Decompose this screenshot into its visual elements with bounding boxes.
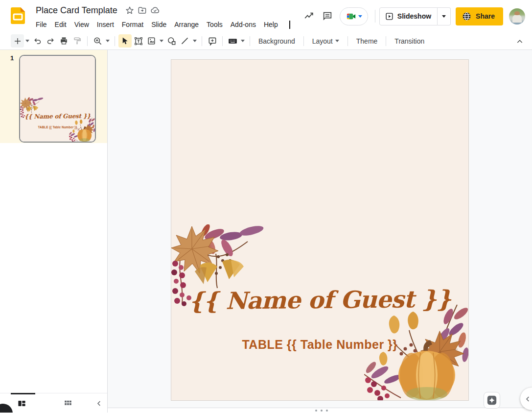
header-main: Place Card Template File Edit View Inser… bbox=[36, 4, 290, 31]
insert-line-button[interactable] bbox=[178, 34, 191, 48]
notes-resize-handle[interactable] bbox=[315, 410, 328, 412]
menu-edit[interactable]: Edit bbox=[51, 19, 70, 30]
slideshow-options-button[interactable] bbox=[438, 7, 451, 25]
zoom-button[interactable] bbox=[91, 34, 104, 48]
collapse-filmstrip-button[interactable] bbox=[90, 396, 108, 410]
menu-insert[interactable]: Insert bbox=[93, 19, 118, 30]
menu-addons[interactable]: Add-ons bbox=[227, 19, 260, 30]
slide-thumbnail-row-selected[interactable]: 1 {{ Name of Guest }} TABLE {{ Table Num… bbox=[0, 50, 107, 143]
menu-file[interactable]: File bbox=[32, 19, 51, 30]
slides-logo[interactable] bbox=[8, 6, 28, 25]
menu-format[interactable]: Format bbox=[118, 19, 147, 30]
meet-camera-icon bbox=[346, 11, 357, 22]
filmstrip-view-icon bbox=[17, 399, 26, 408]
cloud-saved-icon[interactable] bbox=[149, 4, 162, 17]
dropdown-caret-icon bbox=[335, 40, 339, 42]
account-avatar[interactable] bbox=[509, 8, 525, 24]
dropdown-caret-icon bbox=[193, 40, 197, 42]
new-slide-button[interactable] bbox=[11, 34, 24, 48]
toolbar-separator bbox=[347, 36, 348, 46]
background-label: Background bbox=[258, 37, 295, 45]
menu-tools[interactable]: Tools bbox=[203, 19, 227, 30]
table-number-placeholder: TABLE {{ Table Number }} bbox=[20, 125, 95, 129]
filmstrip-view-button[interactable] bbox=[13, 396, 30, 410]
slideshow-button[interactable]: Slideshow bbox=[379, 7, 438, 25]
filmstrip-bottom-bar bbox=[0, 393, 107, 413]
insert-image-dropdown[interactable] bbox=[158, 34, 165, 48]
toolbar-separator bbox=[87, 36, 88, 46]
comment-history-button[interactable] bbox=[318, 7, 337, 25]
layout-label: Layout bbox=[312, 37, 333, 45]
slide-thumbnail[interactable]: {{ Name of Guest }} TABLE {{ Table Numbe… bbox=[19, 55, 96, 143]
transition-button[interactable]: Transition bbox=[390, 35, 429, 48]
toolbar-separator bbox=[115, 36, 115, 46]
input-tools-button[interactable] bbox=[226, 34, 239, 48]
paint-format-icon bbox=[72, 36, 82, 46]
table-number-placeholder[interactable]: TABLE {{ Table Number }} bbox=[171, 338, 468, 352]
grid-view-button[interactable] bbox=[59, 396, 77, 410]
collapse-right-panel-button[interactable] bbox=[520, 388, 532, 410]
undo-button[interactable] bbox=[31, 34, 44, 48]
redo-icon bbox=[46, 36, 55, 46]
input-tools-dropdown[interactable] bbox=[239, 34, 246, 48]
google-slides-app: Place Card Template File Edit View Inser… bbox=[0, 0, 532, 413]
toolbar: Background Layout Theme Transition bbox=[0, 32, 532, 50]
redo-button[interactable] bbox=[44, 34, 57, 48]
activity-button[interactable] bbox=[300, 7, 318, 25]
slideshow-dropdown-caret bbox=[442, 15, 446, 18]
insert-line-dropdown[interactable] bbox=[191, 34, 198, 48]
toolbar-separator bbox=[250, 36, 250, 46]
guest-name-placeholder[interactable]: {{ Name of Guest }} bbox=[171, 285, 468, 315]
background-button[interactable]: Background bbox=[254, 35, 300, 48]
toolbar-separator bbox=[303, 36, 304, 46]
slideshow-group: Slideshow bbox=[379, 7, 451, 25]
toolbar-separator bbox=[202, 36, 202, 46]
theme-label: Theme bbox=[356, 37, 378, 45]
new-slide-plus-icon bbox=[13, 37, 22, 46]
filmstrip-panel: 1 {{ Name of Guest }} TABLE {{ Table Num… bbox=[0, 50, 108, 413]
paint-format-button[interactable] bbox=[70, 34, 84, 48]
slideshow-label: Slideshow bbox=[397, 12, 431, 20]
text-box-button[interactable] bbox=[132, 34, 145, 48]
theme-button[interactable]: Theme bbox=[351, 35, 383, 48]
print-button[interactable] bbox=[57, 34, 70, 48]
dropdown-caret-icon bbox=[106, 40, 110, 42]
workspace: 1 {{ Name of Guest }} TABLE {{ Table Num… bbox=[0, 50, 532, 413]
zoom-dropdown[interactable] bbox=[104, 34, 111, 48]
text-cursor bbox=[289, 21, 290, 29]
select-tool-button[interactable] bbox=[118, 34, 132, 48]
menu-arrange[interactable]: Arrange bbox=[170, 19, 203, 30]
insert-image-button[interactable] bbox=[145, 34, 158, 48]
insert-shape-icon bbox=[167, 36, 177, 46]
chevron-left-icon bbox=[95, 400, 103, 407]
star-icon[interactable] bbox=[123, 4, 136, 17]
insert-comment-icon bbox=[208, 36, 217, 46]
header: Place Card Template File Edit View Inser… bbox=[0, 0, 532, 32]
layout-button[interactable]: Layout bbox=[307, 35, 344, 48]
toolbar-separator bbox=[222, 36, 223, 46]
header-right: Slideshow Share bbox=[300, 7, 525, 25]
share-button[interactable]: Share bbox=[456, 7, 503, 25]
collapse-toolbar-button[interactable] bbox=[513, 35, 526, 48]
title-row: Place Card Template bbox=[36, 4, 290, 17]
transition-label: Transition bbox=[394, 37, 424, 45]
document-title[interactable]: Place Card Template bbox=[36, 5, 117, 16]
header-divider bbox=[375, 10, 375, 23]
explore-button[interactable] bbox=[484, 392, 500, 409]
undo-icon bbox=[33, 36, 42, 46]
dropdown-caret-icon bbox=[241, 40, 245, 42]
slide-canvas[interactable]: {{ Name of Guest }} TABLE {{ Table Numbe… bbox=[171, 59, 469, 401]
insert-comment-button[interactable] bbox=[206, 34, 219, 48]
move-folder-icon[interactable] bbox=[136, 4, 149, 17]
new-slide-dropdown[interactable] bbox=[24, 34, 31, 48]
meet-button[interactable] bbox=[340, 7, 368, 25]
meet-dropdown-caret bbox=[358, 15, 362, 18]
menu-bar: File Edit View Insert Format Slide Arran… bbox=[32, 18, 290, 31]
menu-view[interactable]: View bbox=[70, 19, 93, 30]
zoom-icon bbox=[93, 36, 102, 46]
insert-shape-button[interactable] bbox=[165, 34, 178, 48]
menu-help[interactable]: Help bbox=[260, 19, 282, 30]
chevron-left-icon bbox=[524, 395, 532, 403]
print-icon bbox=[59, 36, 69, 46]
menu-slide[interactable]: Slide bbox=[147, 19, 170, 30]
